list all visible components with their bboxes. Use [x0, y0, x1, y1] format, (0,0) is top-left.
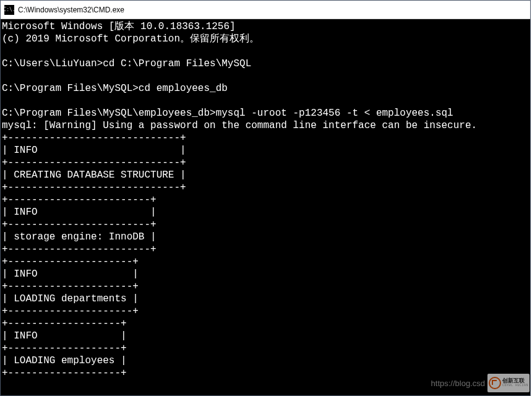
- watermark-logo: 创新互联 CDXWL HULIAN: [487, 374, 530, 392]
- header-line-1: Microsoft Windows [版本 10.0.18363.1256]: [2, 21, 236, 32]
- cmd-3: mysql -uroot -p123456 -t < employees.sql: [216, 108, 453, 119]
- prompt-2: C:\Program Files\MySQL>: [2, 83, 139, 94]
- cmd-icon: C:\.: [4, 5, 14, 15]
- table1-header: | INFO |: [2, 145, 186, 156]
- table4-border-top: +-------------------+: [2, 318, 127, 329]
- watermark: https://blog.csd 创新互联 CDXWL HULIAN: [431, 374, 530, 392]
- table1-border-top: +-----------------------------+: [2, 132, 186, 144]
- table2-header: | INFO |: [2, 207, 157, 218]
- table3-border-bottom: +---------------------+: [2, 306, 139, 317]
- table2-row: | storage engine: InnoDB |: [2, 231, 157, 243]
- logo-circle-icon: [489, 377, 501, 389]
- terminal-output[interactable]: Microsoft Windows [版本 10.0.18363.1256] (…: [1, 19, 530, 395]
- warning-line: mysql: [Warning] Using a password on the…: [2, 120, 477, 131]
- cmd-1: cd C:\Program Files\MySQL: [103, 58, 251, 69]
- prompt-1: C:\Users\LiuYuan>: [2, 58, 103, 69]
- table2-border-bottom: +------------------------+: [2, 244, 157, 255]
- table3-header: | INFO |: [2, 269, 139, 280]
- table3-row: | LOADING departments |: [2, 293, 139, 304]
- table1-row: | CREATING DATABASE STRUCTURE |: [2, 170, 186, 181]
- titlebar[interactable]: C:\. C:\Windows\system32\CMD.exe: [1, 1, 530, 19]
- prompt-3: C:\Program Files\MySQL\employees_db>: [2, 108, 216, 119]
- table2-border-mid: +------------------------+: [2, 219, 157, 230]
- watermark-url: https://blog.csd: [431, 379, 485, 388]
- table3-border-top: +---------------------+: [2, 256, 139, 267]
- cmd-window: C:\. C:\Windows\system32\CMD.exe Microso…: [0, 0, 531, 396]
- table4-header: | INFO |: [2, 330, 127, 342]
- table4-border-bottom: +-------------------+: [2, 368, 127, 379]
- table3-border-mid: +---------------------+: [2, 281, 139, 292]
- table1-border-mid: +-----------------------------+: [2, 157, 186, 168]
- window-title: C:\Windows\system32\CMD.exe: [18, 6, 124, 14]
- table1-border-bottom: +-----------------------------+: [2, 182, 186, 193]
- table4-border-mid: +-------------------+: [2, 343, 127, 354]
- table4-row: | LOADING employees |: [2, 355, 127, 366]
- cmd-2: cd employees_db: [139, 83, 228, 94]
- header-line-2: (c) 2019 Microsoft Corporation。保留所有权利。: [2, 33, 259, 45]
- logo-sub-text: CDXWL HULIAN: [502, 384, 528, 387]
- table2-border-top: +------------------------+: [2, 194, 157, 205]
